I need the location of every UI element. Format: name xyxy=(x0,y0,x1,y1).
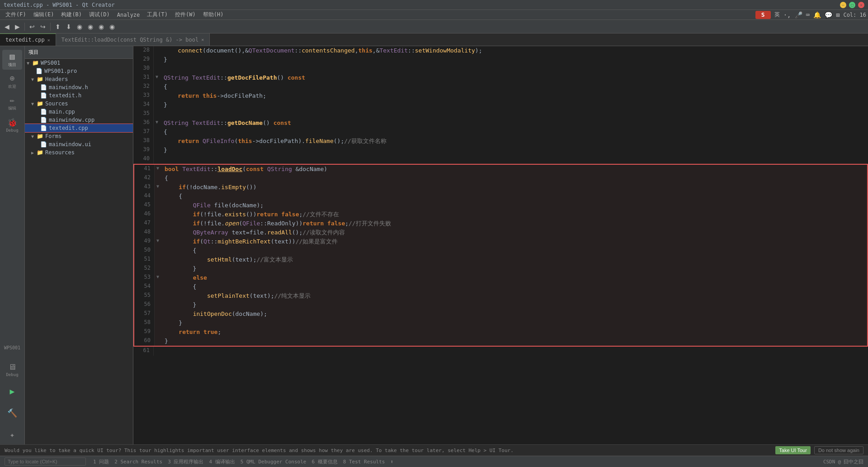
qml-debug-status: 5 QML Debugger Console xyxy=(241,459,307,465)
wps-language-btn[interactable]: 英 xyxy=(774,11,780,19)
code-content: 28 connect(document(),&QTextDocument::co… xyxy=(133,46,868,444)
left-sidebar: ▤ 项目 ⊕ 欢迎 ✏ 编辑 🐞 Debug WPS001 🖥 Debug ▶ … xyxy=(0,46,25,444)
tree-mainwindow-ui[interactable]: 📄 mainwindow.ui xyxy=(25,140,133,148)
problems-tab-status: 1 问题 xyxy=(93,458,109,465)
code-line-30: 30 xyxy=(133,64,868,73)
code-line-61: 61 xyxy=(133,347,868,356)
tree-wps001[interactable]: ▼ 📁 WPS001 xyxy=(25,59,133,67)
tree-textedit-cpp[interactable]: 📄 textedit.cpp xyxy=(25,124,133,132)
tree-arrow-forms: ▼ xyxy=(31,134,36,139)
tree-label-textedit-h: textedit.h xyxy=(49,92,81,99)
sidebar-item-wps[interactable]: WPS001 xyxy=(2,338,22,357)
code-line-42: 42 { xyxy=(134,174,867,183)
tree-wps001-pro[interactable]: 📄 WPS001.pro xyxy=(25,67,133,75)
status-bar-right: CSDN @ 囧中之囧 xyxy=(823,458,863,465)
menu-controls[interactable]: 控件(W) xyxy=(171,10,199,19)
close-button[interactable]: ✕ xyxy=(858,2,864,8)
tree-forms[interactable]: ▼ 📁 Forms xyxy=(25,132,133,140)
code-line-52: 52 } xyxy=(134,264,867,273)
tree-label-mainwindow-h: mainwindow.h xyxy=(49,84,88,91)
wps-punctuation-btn[interactable]: ·, xyxy=(783,11,791,19)
menu-tools[interactable]: 工具(T) xyxy=(143,10,171,19)
code-editor[interactable]: 28 connect(document(),&QTextDocument::co… xyxy=(133,46,868,444)
wps-sidebar-icon: WPS001 xyxy=(4,345,20,350)
code-line-46: 46 if(!file.exists())return false;//文件不存… xyxy=(134,210,867,219)
tree-label-forms: Forms xyxy=(45,133,61,139)
toolbar-undo-btn[interactable]: ↩ xyxy=(28,22,37,31)
sidebar-item-edit[interactable]: ✏ 编辑 xyxy=(2,93,22,113)
tree-file-mainwindow-h: 📄 xyxy=(40,84,47,91)
tree-mainwindow-h[interactable]: 📄 mainwindow.h xyxy=(25,83,133,91)
ui-tour-buttons: Take UI Tour Do not show again xyxy=(772,446,863,454)
menu-analyze[interactable]: Analyze xyxy=(113,11,144,19)
wps-keyboard-btn[interactable]: ⌨ xyxy=(806,11,810,19)
toolbar-up-btn[interactable]: ⬆ xyxy=(53,22,62,31)
toolbar-dot1-btn[interactable]: ◉ xyxy=(75,22,84,31)
tab-close-textedit[interactable]: ✕ xyxy=(47,38,50,43)
wps-mic-btn[interactable]: 🎤 xyxy=(795,11,802,19)
menu-file[interactable]: 文件(F) xyxy=(2,10,30,19)
code-line-58: 58 } xyxy=(134,319,867,328)
star-icon: ✦ xyxy=(10,430,15,439)
code-line-35: 35 xyxy=(133,110,868,119)
sidebar-item-debug[interactable]: 🐞 Debug xyxy=(2,115,22,135)
menu-build[interactable]: 构建(B) xyxy=(57,10,85,19)
toolbar-back-btn[interactable]: ◀ xyxy=(3,22,11,31)
tree-main-cpp[interactable]: 📄 main.cpp xyxy=(25,108,133,116)
do-not-show-again-button[interactable]: Do not show again xyxy=(814,446,863,454)
wps-notify-btn[interactable]: 🔔 xyxy=(813,11,821,19)
tree-label-sources: Sources xyxy=(45,100,68,107)
tree-textedit-h[interactable]: 📄 textedit.h xyxy=(25,91,133,100)
toolbar-sep-1 xyxy=(24,23,25,31)
tab-loaddoc[interactable]: TextEdit::loadDoc(const QString &) -> bo… xyxy=(56,33,210,46)
code-line-31: 31 ▼ QString TextEdit::getDocFilePath() … xyxy=(133,73,868,82)
tree-headers[interactable]: ▼ 📁 Headers xyxy=(25,75,133,83)
wps-apps-btn[interactable]: ⊞ xyxy=(836,11,840,19)
edit-icon: ✏ xyxy=(10,95,15,105)
sidebar-item-project[interactable]: ▤ 项目 xyxy=(2,50,22,70)
toolbar-dot2-btn[interactable]: ◉ xyxy=(86,22,95,31)
tree-label-resources: Resources xyxy=(45,149,75,156)
sidebar-item-device[interactable]: 🖥 Debug xyxy=(2,359,22,379)
wps-chat-btn[interactable]: 💬 xyxy=(825,11,832,19)
csdn-logo: CSDN xyxy=(823,459,835,465)
window-controls: — □ ✕ xyxy=(840,2,864,8)
tree-label-mainwindow-ui: mainwindow.ui xyxy=(49,141,91,148)
code-line-40: 40 xyxy=(133,155,868,164)
toolbar-forward-btn[interactable]: ▶ xyxy=(13,22,22,31)
tree-file-mainwindow-ui: 📄 xyxy=(40,141,47,148)
col-info: Col: 16 xyxy=(843,12,866,18)
toolbar-redo-btn[interactable]: ↪ xyxy=(38,22,47,31)
tree-sources[interactable]: ▼ 📁 Sources xyxy=(25,100,133,108)
at-symbol: @ xyxy=(838,459,841,465)
sidebar-item-welcome[interactable]: ⊕ 欢迎 xyxy=(2,71,22,91)
run-icon: ▶ xyxy=(10,386,15,396)
code-line-34: 34 } xyxy=(133,100,868,110)
debug-icon: 🐞 xyxy=(7,118,17,127)
app-output-status: 3 应用程序输出 xyxy=(168,458,203,465)
locate-input[interactable] xyxy=(5,457,86,466)
tab-close-loaddoc[interactable]: ✕ xyxy=(201,37,204,42)
toolbar-dot4-btn[interactable]: ◉ xyxy=(108,22,117,31)
maximize-button[interactable]: □ xyxy=(849,2,855,8)
sidebar-item-star[interactable]: ✦ xyxy=(2,424,22,444)
sidebar-item-hammer[interactable]: 🔨 xyxy=(2,403,22,423)
menu-help[interactable]: 帮助(H) xyxy=(199,10,227,19)
take-ui-tour-button[interactable]: Take UI Tour xyxy=(775,446,811,454)
tab-textedit-cpp[interactable]: textedit.cpp ✕ xyxy=(0,33,56,46)
toolbar-sep-2 xyxy=(50,23,51,31)
tree-folder-headers: 📁 xyxy=(37,76,43,82)
toolbar-dot3-btn[interactable]: ◉ xyxy=(97,22,106,31)
menu-debug[interactable]: 调试(D) xyxy=(85,10,113,19)
tree-resources[interactable]: ▶ 📁 Resources xyxy=(25,148,133,157)
tree-mainwindow-cpp[interactable]: 📄 mainwindow.cpp xyxy=(25,116,133,124)
tree-arrow-sources: ▼ xyxy=(31,101,36,106)
sidebar-item-run[interactable]: ▶ xyxy=(2,381,22,401)
toolbar-down-btn[interactable]: ⬇ xyxy=(64,22,73,31)
arrow-up-status: ⬆ xyxy=(390,459,393,465)
minimize-button[interactable]: — xyxy=(840,2,846,8)
menu-edit[interactable]: 编辑(E) xyxy=(30,10,58,19)
tree-folder-wps001: 📁 xyxy=(32,60,39,66)
tree-label-wps001: WPS001 xyxy=(41,60,60,66)
tree-label-pro: WPS001.pro xyxy=(44,68,77,74)
